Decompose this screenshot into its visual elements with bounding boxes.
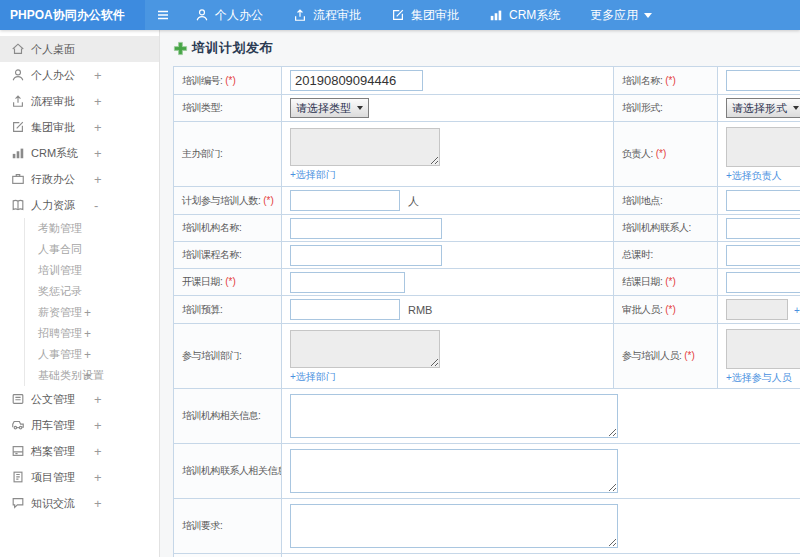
sidebar-item-knowledge[interactable]: 知识交流 + bbox=[0, 490, 159, 516]
field-label-cell: 开课日期:(*) bbox=[174, 269, 282, 296]
sidebar-subitem-recruiting[interactable]: 招聘管理 + bbox=[25, 323, 159, 344]
nav-more-apps[interactable]: 更多应用 bbox=[590, 7, 652, 24]
nav-label: CRM系统 bbox=[509, 7, 560, 24]
user-icon bbox=[11, 68, 25, 82]
course-name-label: 培训课程名称: bbox=[182, 249, 241, 260]
sidebar-subitem-attendance[interactable]: 考勤管理 bbox=[25, 218, 159, 239]
leader-box[interactable] bbox=[726, 127, 800, 167]
sidebar-item-workflow-approval[interactable]: 流程审批 + bbox=[0, 88, 159, 114]
upload-icon bbox=[293, 8, 307, 22]
field-label-cell: 培训预算: bbox=[174, 296, 282, 324]
total-hours-label: 总课时: bbox=[622, 249, 653, 260]
sidebar-subitem-salary[interactable]: 薪资管理 + bbox=[25, 302, 159, 323]
form-row: 培训机构相关信息: bbox=[174, 389, 800, 444]
sidebar-subitem-label: 招聘管理 bbox=[38, 326, 82, 341]
select-leader-link[interactable]: +选择负责人 bbox=[726, 169, 800, 183]
sidebar-item-label: 公文管理 bbox=[31, 392, 75, 407]
sidebar-item-projects[interactable]: 项目管理 + bbox=[0, 464, 159, 490]
hamburger-menu-icon[interactable] bbox=[155, 7, 171, 23]
sidebar-item-crm-system[interactable]: CRM系统 + bbox=[0, 140, 159, 166]
planned-count-input[interactable] bbox=[290, 190, 400, 211]
sidebar-subitem-base-categories[interactable]: 基础类别设置 + bbox=[25, 365, 159, 386]
sidebar-subitem-hr-contract[interactable]: 人事合同 bbox=[25, 239, 159, 260]
sidebar-subitem-personnel[interactable]: 人事管理 + bbox=[25, 344, 159, 365]
chart-icon bbox=[11, 146, 25, 160]
join-staff-box[interactable] bbox=[726, 329, 800, 369]
org-info-textarea[interactable] bbox=[290, 394, 618, 438]
sidebar-item-personal-office[interactable]: 个人办公 + bbox=[0, 62, 159, 88]
required-mark: (*) bbox=[665, 276, 676, 287]
expand-icon: + bbox=[94, 68, 102, 83]
approver-input[interactable] bbox=[726, 299, 788, 320]
org-contact-input[interactable] bbox=[726, 218, 800, 239]
sidebar-item-label: 人力资源 bbox=[31, 198, 75, 213]
expand-icon: + bbox=[84, 348, 91, 362]
host-dept-label: 主办部门: bbox=[182, 148, 222, 159]
sidebar-item-label: 集团审批 bbox=[31, 120, 75, 135]
unit-label: 人 bbox=[408, 195, 419, 207]
sidebar-item-personal-desktop[interactable]: 个人桌面 bbox=[0, 36, 159, 62]
training-type-select[interactable]: 请选择类型 bbox=[290, 98, 369, 118]
end-date-input[interactable] bbox=[726, 272, 800, 293]
org-name-input[interactable] bbox=[290, 218, 442, 239]
sidebar-item-vehicles[interactable]: 用车管理 + bbox=[0, 412, 159, 438]
requirements-label: 培训要求: bbox=[182, 520, 222, 531]
sidebar-subitem-training[interactable]: 培训管理 bbox=[25, 260, 159, 281]
sidebar-item-documents[interactable]: 公文管理 + bbox=[0, 386, 159, 412]
location-input[interactable] bbox=[726, 190, 800, 211]
archive-icon bbox=[11, 444, 25, 458]
start-date-input[interactable] bbox=[290, 272, 405, 293]
book-icon bbox=[11, 198, 25, 212]
org-contact-info-textarea[interactable] bbox=[290, 449, 618, 493]
form-row: 培训类型: 请选择类型 培训形式: 请选择形式 bbox=[174, 95, 800, 122]
sidebar-subitem-label: 人事管理 bbox=[38, 347, 82, 362]
nav-label: 个人办公 bbox=[215, 7, 263, 24]
nav-workflow-approval[interactable]: 流程审批 bbox=[293, 7, 361, 24]
notebook-icon bbox=[11, 470, 25, 484]
sidebar-item-label: 个人桌面 bbox=[31, 42, 75, 57]
sidebar-subitem-rewards[interactable]: 奖惩记录 bbox=[25, 281, 159, 302]
doc-icon bbox=[11, 392, 25, 406]
sidebar-item-group-approval[interactable]: 集团审批 + bbox=[0, 114, 159, 140]
training-plan-form: 培训编号:(*) 培训名称:(*) 培训类型: 请选择类型 培训形式: 请选择形… bbox=[173, 66, 800, 557]
briefcase-icon bbox=[11, 172, 25, 186]
course-name-input[interactable] bbox=[290, 245, 442, 266]
nav-personal-office[interactable]: 个人办公 bbox=[195, 7, 263, 24]
nav-crm-system[interactable]: CRM系统 bbox=[489, 7, 560, 24]
join-dept-box[interactable] bbox=[290, 330, 440, 368]
field-label-cell: 计划参与培训人数:(*) bbox=[174, 187, 282, 215]
host-dept-box[interactable] bbox=[290, 128, 440, 166]
page-title-text: 培训计划发布 bbox=[192, 39, 273, 57]
caret-down-icon bbox=[644, 13, 652, 18]
end-date-label: 结课日期: bbox=[622, 276, 662, 287]
select-approver-link[interactable]: +选择审批人员 bbox=[794, 304, 800, 318]
sidebar: 个人桌面 个人办公 + 流程审批 + 集团审批 + CRM系统 + 行政办公 + bbox=[0, 30, 160, 557]
sidebar-subitem-label: 基础类别设置 bbox=[38, 368, 104, 383]
requirements-textarea[interactable] bbox=[290, 504, 618, 548]
total-hours-input[interactable] bbox=[726, 245, 800, 266]
required-mark: (*) bbox=[263, 195, 274, 206]
sidebar-subitem-label: 薪资管理 bbox=[38, 305, 82, 320]
field-label-cell: 培训类型: bbox=[174, 95, 282, 122]
expand-icon: + bbox=[94, 94, 102, 109]
expand-icon: + bbox=[94, 120, 102, 135]
select-participants-link[interactable]: +选择参与人员 bbox=[726, 371, 800, 385]
budget-input[interactable] bbox=[290, 299, 400, 320]
training-no-label: 培训编号: bbox=[182, 75, 222, 86]
training-name-input[interactable] bbox=[726, 70, 800, 91]
sidebar-item-human-resources[interactable]: 人力资源 - bbox=[0, 192, 159, 218]
select-dept-link[interactable]: +选择部门 bbox=[290, 370, 613, 384]
training-form-select[interactable]: 请选择形式 bbox=[726, 98, 800, 118]
form-row: 培训课程名称: 总课时: bbox=[174, 242, 800, 269]
sidebar-item-label: 个人办公 bbox=[31, 68, 75, 83]
field-label-cell: 参与培训人员:(*) bbox=[614, 324, 718, 389]
approver-label: 审批人员: bbox=[622, 304, 662, 315]
nav-group-approval[interactable]: 集团审批 bbox=[391, 7, 459, 24]
training-no-input[interactable] bbox=[290, 70, 423, 91]
location-label: 培训地点: bbox=[622, 195, 662, 206]
sidebar-item-admin-office[interactable]: 行政办公 + bbox=[0, 166, 159, 192]
sidebar-item-archives[interactable]: 档案管理 + bbox=[0, 438, 159, 464]
expand-icon: + bbox=[94, 392, 102, 407]
select-dept-link[interactable]: +选择部门 bbox=[290, 168, 613, 182]
expand-icon: + bbox=[94, 444, 102, 459]
